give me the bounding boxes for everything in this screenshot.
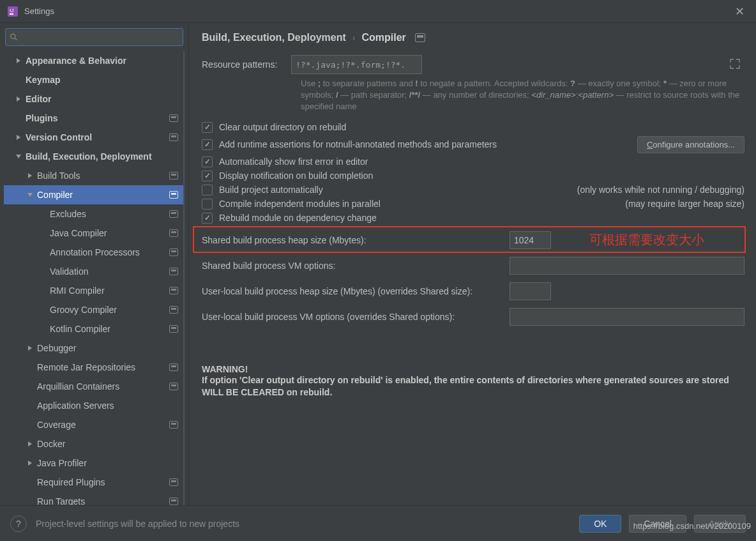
sidebar-item-annotation-processors[interactable]: Annotation Processors	[4, 243, 183, 262]
project-scope-icon	[169, 325, 178, 333]
chevron-down-icon[interactable]	[15, 153, 22, 160]
parallel-label: Compile independent modules in parallel	[219, 199, 381, 209]
auto-show-error-checkbox[interactable]: ✓	[202, 156, 213, 167]
parallel-note: (may require larger heap size)	[625, 199, 745, 209]
sidebar-item-label: Coverage	[37, 420, 165, 430]
sidebar-item-build-tools[interactable]: Build Tools	[4, 166, 183, 185]
heap-input[interactable]	[510, 231, 551, 249]
resource-patterns-label: Resource patterns:	[202, 55, 291, 74]
sidebar-item-label: Version Control	[26, 132, 165, 142]
sidebar-item-application-servers[interactable]: Application Servers	[4, 396, 183, 415]
sidebar-item-compiler[interactable]: Compiler	[4, 185, 183, 204]
annotation-text: 可根据需要改变大小	[589, 231, 704, 248]
sidebar-item-coverage[interactable]: Coverage	[4, 415, 183, 434]
crumb-root[interactable]: Build, Execution, Deployment	[202, 32, 346, 43]
search-icon	[10, 33, 18, 42]
runtime-assertions-label: Add runtime assertions for notnull-annot…	[219, 139, 497, 149]
sidebar-item-validation[interactable]: Validation	[4, 262, 183, 281]
chevron-right-icon[interactable]	[15, 57, 22, 64]
notify-completion-checkbox[interactable]: ✓	[202, 171, 213, 181]
sidebar-item-groovy-compiler[interactable]: Groovy Compiler	[4, 300, 183, 319]
sidebar-item-editor[interactable]: Editor	[4, 89, 183, 109]
project-scope-icon	[169, 363, 178, 371]
window-title: Settings	[24, 6, 54, 16]
auto-show-error-label: Automatically show first error in editor	[219, 156, 368, 167]
sidebar-item-label: Keymap	[26, 75, 178, 85]
build-auto-checkbox[interactable]	[202, 185, 213, 195]
user-heap-label: User-local build process heap size (Mbyt…	[202, 286, 510, 296]
sidebar-item-rmi-compiler[interactable]: RMI Compiler	[4, 281, 183, 300]
chevron-right-icon[interactable]	[27, 441, 33, 447]
sidebar-item-arquillian-containers[interactable]: Arquillian Containers	[4, 377, 183, 396]
sidebar-item-version-control[interactable]: Version Control	[4, 128, 183, 147]
runtime-assertions-checkbox[interactable]: ✓	[202, 139, 213, 150]
rebuild-dep-checkbox[interactable]: ✓	[202, 213, 213, 224]
search-input[interactable]	[20, 33, 179, 42]
chevron-right-icon[interactable]	[15, 96, 22, 102]
sidebar-item-label: Debugger	[37, 343, 178, 353]
warning-text: If option 'Clear output directory on reb…	[202, 374, 745, 399]
svg-line-4	[15, 38, 17, 40]
chevron-right-icon[interactable]	[27, 460, 33, 466]
clear-output-checkbox[interactable]: ✓	[202, 122, 213, 133]
footer-message: Project-level settings will be applied t…	[36, 519, 239, 529]
sidebar-item-kotlin-compiler[interactable]: Kotlin Compiler	[4, 319, 183, 339]
project-scope-icon	[169, 268, 178, 275]
project-scope-icon	[169, 114, 178, 122]
patterns-hint: Use ; to separate patterns and ! to nega…	[301, 78, 745, 113]
expand-icon[interactable]	[729, 58, 741, 70]
sidebar-item-excludes[interactable]: Excludes	[4, 204, 183, 224]
sidebar-item-label: Build, Execution, Deployment	[26, 151, 178, 162]
sidebar-item-label: Groovy Compiler	[50, 305, 165, 315]
notify-completion-label: Display notification on build completion	[219, 171, 373, 181]
configure-annotations-button[interactable]: Configure annotations...	[637, 136, 745, 153]
app-icon: IJ	[8, 6, 18, 17]
resource-patterns-input[interactable]	[291, 55, 422, 74]
chevron-right-icon[interactable]	[27, 172, 33, 179]
sidebar-item-label: RMI Compiler	[50, 286, 165, 296]
svg-point-3	[11, 34, 15, 38]
help-icon[interactable]: ?	[10, 515, 27, 532]
sidebar-item-remote-jar-repositories[interactable]: Remote Jar Repositories	[4, 358, 183, 377]
sidebar-item-java-compiler[interactable]: Java Compiler	[4, 224, 183, 243]
sidebar-item-label: Run Targets	[37, 496, 165, 505]
project-scope-icon	[169, 229, 178, 237]
ok-button[interactable]: OK	[579, 515, 621, 533]
chevron-right-icon: ›	[352, 33, 356, 43]
vm-label: Shared build process VM options:	[202, 261, 510, 271]
project-scope-icon	[169, 306, 178, 314]
sidebar-item-java-profiler[interactable]: Java Profiler	[4, 453, 183, 473]
sidebar-item-label: Validation	[50, 266, 165, 277]
sidebar-item-keymap[interactable]: Keymap	[4, 70, 183, 89]
sidebar-search[interactable]	[5, 28, 183, 46]
sidebar-item-label: Compiler	[37, 190, 165, 200]
chevron-right-icon[interactable]	[15, 134, 22, 141]
vm-input[interactable]	[510, 257, 745, 275]
project-scope-icon	[169, 133, 178, 141]
close-icon[interactable]: ✕	[731, 3, 748, 20]
project-scope-icon	[169, 191, 178, 199]
sidebar-item-run-targets[interactable]: Run Targets	[4, 492, 183, 505]
user-vm-label: User-local build process VM options (ove…	[202, 312, 510, 322]
sidebar-item-appearance-behavior[interactable]: Appearance & Behavior	[4, 51, 183, 70]
chevron-down-icon[interactable]	[27, 192, 33, 198]
project-scope-icon	[415, 33, 425, 42]
user-vm-input[interactable]	[510, 308, 745, 326]
chevron-right-icon[interactable]	[27, 345, 33, 351]
project-scope-icon	[169, 478, 178, 486]
sidebar-item-label: Docker	[37, 439, 178, 449]
warning-heading: WARNING!	[202, 364, 745, 374]
sidebar-item-docker[interactable]: Docker	[4, 434, 183, 453]
parallel-checkbox[interactable]	[202, 199, 213, 210]
watermark: https://blog.csdn.net/v20200109	[633, 521, 751, 531]
sidebar-item-plugins[interactable]: Plugins	[4, 109, 183, 128]
sidebar-item-debugger[interactable]: Debugger	[4, 339, 183, 358]
build-auto-label: Build project automatically	[219, 185, 323, 195]
sidebar-item-label: Appearance & Behavior	[26, 56, 178, 66]
sidebar: Appearance & BehaviorKeymapEditorPlugins…	[0, 23, 189, 505]
project-scope-icon	[169, 421, 178, 429]
sidebar-item-required-plugins[interactable]: Required Plugins	[4, 473, 183, 492]
user-heap-input[interactable]	[510, 282, 551, 300]
sidebar-item-build-execution-deployment[interactable]: Build, Execution, Deployment	[4, 147, 183, 166]
project-scope-icon	[169, 210, 178, 218]
